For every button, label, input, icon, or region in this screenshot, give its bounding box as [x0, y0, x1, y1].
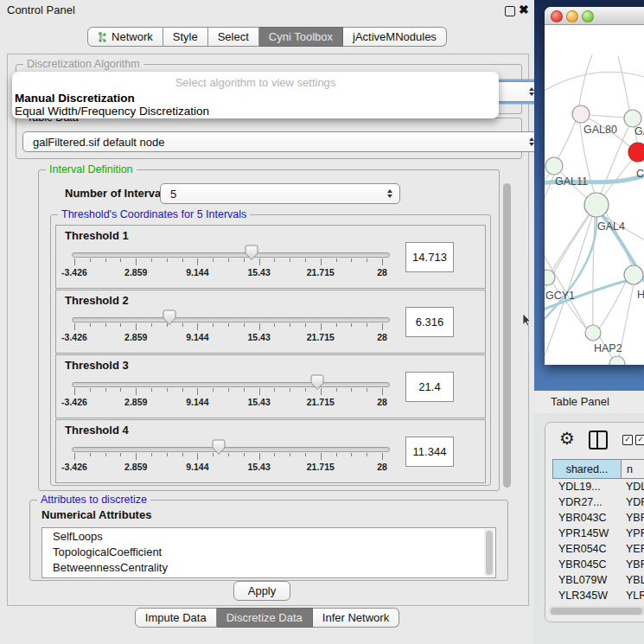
- mouse-cursor: [522, 314, 532, 327]
- float-window-icon[interactable]: [505, 6, 515, 16]
- tab-discretize-data[interactable]: Discretize Data: [217, 608, 313, 628]
- slider-track[interactable]: [72, 317, 390, 322]
- tick-mark: [74, 388, 75, 395]
- slider-thumb[interactable]: [245, 245, 258, 261]
- tick-mark: [336, 453, 337, 456]
- tick-mark: [367, 388, 367, 392]
- tick-mark: [274, 388, 275, 392]
- tick-mark: [351, 453, 352, 456]
- num-intervals-combobox[interactable]: 5: [160, 183, 400, 204]
- table-data-combobox[interactable]: galFiltered.sif default node: [22, 131, 542, 152]
- table-row[interactable]: YDL19...YDL1: [552, 479, 644, 494]
- tick-mark: [228, 388, 229, 392]
- tab-select[interactable]: Select: [208, 27, 259, 47]
- vertical-scrollbar-thumb[interactable]: [503, 183, 511, 488]
- tick-mark: [197, 323, 198, 330]
- network-edge: [618, 56, 629, 110]
- dropdown-option-manual[interactable]: Manual Discretization: [15, 92, 135, 105]
- tick-mark: [74, 323, 75, 330]
- tick-label: 21.715: [307, 332, 335, 342]
- tab-network[interactable]: Network: [87, 27, 163, 47]
- attribute-item-topologicalcoefficient[interactable]: TopologicalCoefficient: [42, 544, 495, 559]
- table-row[interactable]: YBR045CYBR0: [552, 557, 644, 572]
- tab-impute-data[interactable]: Impute Data: [135, 608, 217, 628]
- horizontal-scrollbar-thumb[interactable]: [551, 608, 642, 615]
- tab-infer-network[interactable]: Infer Network: [313, 608, 399, 628]
- tick-mark: [367, 258, 367, 262]
- slider-thumb[interactable]: [212, 439, 226, 456]
- cell-name: YBR0: [620, 558, 644, 571]
- threshold-value-field[interactable]: 21.4: [405, 372, 454, 402]
- tick-mark: [120, 258, 121, 262]
- table-row[interactable]: YBR043CYBR0: [552, 510, 644, 526]
- network-node-gal80[interactable]: [572, 105, 590, 123]
- network-view-window: GAL80GACGAL11GAL4GCY1HHAP2: [545, 7, 644, 365]
- close-traffic-light[interactable]: [551, 10, 563, 22]
- tab-jactivemnodules[interactable]: jActiveMNodules: [343, 27, 447, 47]
- column-header-name[interactable]: n: [622, 460, 644, 478]
- threshold-label: Threshold 2: [65, 294, 129, 307]
- threshold-value-field[interactable]: 14.713: [405, 242, 454, 272]
- network-canvas[interactable]: GAL80GACGAL11GAL4GCY1HHAP2: [545, 25, 644, 365]
- network-node-h[interactable]: [624, 265, 643, 284]
- slider-thumb[interactable]: [163, 309, 176, 326]
- table-row[interactable]: YDR27...YDR2: [552, 494, 644, 510]
- network-node-c[interactable]: [628, 143, 644, 162]
- network-node-gcy1[interactable]: [545, 270, 555, 285]
- gear-icon[interactable]: ⚙: [559, 428, 575, 449]
- panel-title: Control Panel: [7, 3, 75, 16]
- cell-shared-name: YPR145W: [552, 527, 620, 539]
- tick-mark: [382, 453, 383, 460]
- cell-shared-name: YBR043C: [552, 512, 620, 524]
- tick-mark: [228, 323, 229, 327]
- threshold-value-field[interactable]: 11.344: [405, 437, 454, 467]
- tick-mark: [321, 323, 322, 330]
- tab-style[interactable]: Style: [163, 27, 208, 47]
- threshold-value-field[interactable]: 6.316: [405, 307, 454, 337]
- dropdown-option-equal-width[interactable]: Equal Width/Frequency Discretization: [15, 105, 209, 118]
- tick-label: 15.43: [247, 397, 270, 407]
- apply-button[interactable]: Apply: [233, 581, 290, 601]
- network-edge: [579, 54, 592, 105]
- cell-shared-name: YBR045C: [552, 558, 620, 571]
- table-row[interactable]: YPR145WYPR1: [552, 526, 644, 541]
- tick-mark: [244, 453, 245, 456]
- top-tab-bar: NetworkStyleSelectCyni ToolboxjActiveMNo…: [0, 27, 534, 47]
- tick-mark: [105, 388, 106, 392]
- tick-mark: [182, 323, 183, 327]
- tick-mark: [274, 258, 275, 262]
- slider-track[interactable]: [72, 252, 390, 258]
- checkbox-icon[interactable]: ✓: [635, 435, 644, 445]
- slider-track[interactable]: [72, 382, 390, 387]
- table-row[interactable]: YLR345WYLR3: [552, 588, 644, 603]
- tick-label: 21.715: [307, 397, 335, 407]
- table-row[interactable]: YBL079WYBL0: [552, 572, 644, 588]
- checkbox-icon[interactable]: ✓: [622, 435, 633, 445]
- network-node-hap2[interactable]: [585, 325, 601, 341]
- column-header-shared-name[interactable]: shared...: [553, 460, 622, 478]
- horizontal-scrollbar: [549, 606, 644, 615]
- tick-mark: [336, 388, 337, 392]
- tick-mark: [228, 258, 229, 262]
- zoom-traffic-light[interactable]: [582, 10, 594, 22]
- close-icon[interactable]: ✖: [519, 3, 529, 16]
- tab-cyni-toolbox[interactable]: Cyni Toolbox: [259, 27, 343, 47]
- network-node-gal4[interactable]: [584, 193, 609, 217]
- tick-mark: [74, 453, 75, 460]
- minimize-traffic-light[interactable]: [566, 10, 578, 22]
- attribute-item-selfloops[interactable]: SelfLoops: [42, 528, 495, 544]
- tick-label: -3.426: [61, 462, 87, 472]
- tick-mark: [105, 258, 106, 262]
- slider-thumb[interactable]: [310, 374, 324, 391]
- slider-track[interactable]: [72, 447, 390, 452]
- tick-label: 9.144: [186, 462, 208, 472]
- num-intervals-label: Number of Intervals: [65, 187, 170, 200]
- columns-icon[interactable]: [589, 430, 608, 450]
- network-node-gal11[interactable]: [545, 157, 563, 175]
- tab-label: Style: [173, 30, 198, 43]
- attribute-item-betweennesscentrality[interactable]: BetweennessCentrality: [42, 559, 495, 575]
- network-window-titlebar[interactable]: [545, 7, 644, 25]
- table-row[interactable]: YER054CYER0: [552, 541, 644, 557]
- list-scrollbar-thumb[interactable]: [486, 531, 493, 575]
- network-node-ga[interactable]: [624, 110, 641, 127]
